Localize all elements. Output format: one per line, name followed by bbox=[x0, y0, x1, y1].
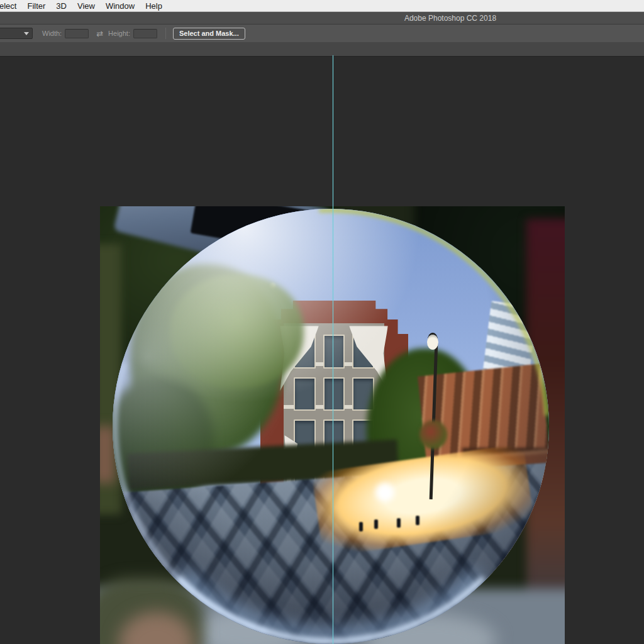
select-and-mask-button[interactable]: Select and Mask... bbox=[173, 28, 245, 40]
height-label: Height: bbox=[108, 30, 130, 37]
document-tab-strip bbox=[0, 42, 644, 57]
crystal-ball bbox=[113, 209, 549, 644]
menu-item-select[interactable]: elect bbox=[0, 1, 16, 11]
menu-item-help[interactable]: Help bbox=[145, 1, 162, 11]
vertical-guide-line[interactable] bbox=[333, 55, 333, 644]
options-divider bbox=[165, 28, 166, 39]
width-input bbox=[65, 29, 89, 38]
style-mode-dropdown[interactable]: ormal bbox=[0, 28, 33, 39]
tool-options-bar: ormal Width: ⇄ Height: Select and Mask..… bbox=[0, 25, 644, 42]
title-bar: Adobe Photoshop CC 2018 bbox=[0, 12, 644, 25]
menu-bar: elect Filter 3D View Window Help bbox=[0, 0, 644, 12]
menu-item-filter[interactable]: Filter bbox=[27, 1, 45, 11]
chevron-down-icon bbox=[24, 32, 29, 35]
window-title: Adobe Photoshop CC 2018 bbox=[404, 14, 496, 23]
swap-dimensions-icon: ⇄ bbox=[96, 30, 103, 38]
ball-rim-glow bbox=[113, 209, 549, 644]
menu-item-window[interactable]: Window bbox=[106, 1, 135, 11]
menu-item-view[interactable]: View bbox=[77, 1, 95, 11]
canvas-area: Jonathan C PHOTOGRAPHY bbox=[0, 57, 644, 644]
width-label: Width: bbox=[42, 30, 62, 37]
menu-item-3d[interactable]: 3D bbox=[56, 1, 67, 11]
height-input bbox=[133, 29, 157, 38]
